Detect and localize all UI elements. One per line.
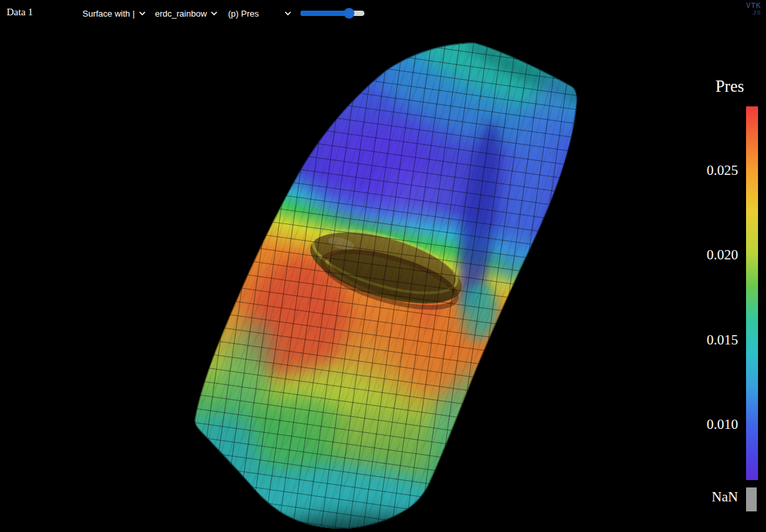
opacity-slider-fill [301,11,349,16]
color-by-select[interactable]: (p) Pres [228,6,291,21]
vtkjs-logo-bottom: JS [746,9,761,17]
chevron-down-icon [211,11,217,16]
render-viewport[interactable] [0,0,766,532]
vtkjs-logo: VTK JS [746,2,761,17]
toolbar: Data 1 Surface with | erdc_rainbow (p) P… [0,0,766,27]
colormap-select-label: erdc_rainbow [155,9,207,19]
vtkjs-logo-top: VTK [746,2,761,9]
opacity-slider-thumb[interactable] [344,8,354,19]
opacity-slider[interactable] [301,8,364,19]
dataset-label: Data 1 [7,7,33,18]
chevron-down-icon [139,11,146,16]
color-by-select-label: (p) Pres [228,9,259,19]
surface-mesh-render [0,0,766,532]
car-body-mesh [166,8,605,532]
representation-select[interactable]: Surface with | [82,6,146,21]
colormap-select[interactable]: erdc_rainbow [155,6,217,21]
mesh-edges-triangulation [195,43,577,529]
app-window: Data 1 Surface with | erdc_rainbow (p) P… [0,0,766,532]
chevron-down-icon [285,11,291,16]
representation-select-label: Surface with | [82,9,135,19]
